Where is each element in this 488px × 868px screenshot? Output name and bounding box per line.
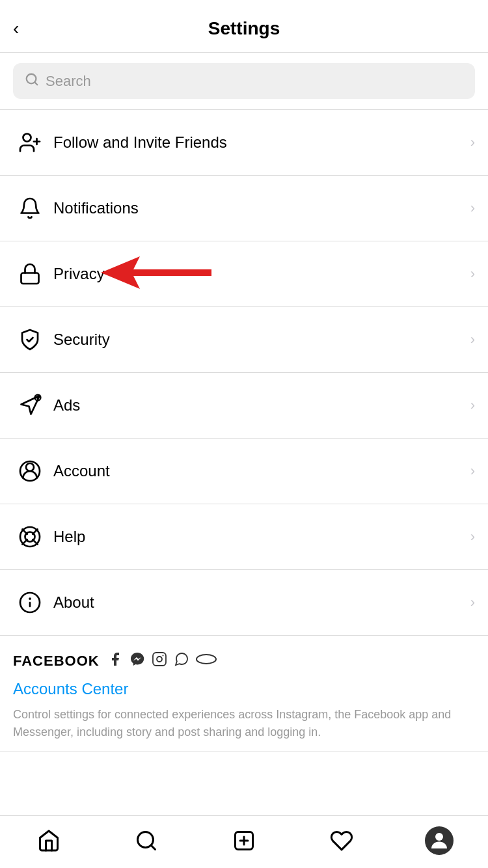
facebook-icon xyxy=(107,651,123,671)
svg-point-9 xyxy=(26,463,34,471)
menu-item-help[interactable]: Help › xyxy=(0,504,488,570)
whatsapp-icon xyxy=(174,651,189,671)
follow-chevron: › xyxy=(470,134,475,151)
security-label: Security xyxy=(53,331,470,349)
help-icon xyxy=(13,520,47,554)
header: ‹ Settings xyxy=(0,0,488,53)
search-container: Search xyxy=(0,53,488,110)
svg-line-15 xyxy=(33,529,37,534)
facebook-social-icons xyxy=(107,651,217,671)
nav-new-post[interactable] xyxy=(224,826,264,855)
help-chevron: › xyxy=(470,528,475,545)
lock-icon xyxy=(13,257,47,291)
privacy-label: Privacy xyxy=(53,265,470,283)
help-label: Help xyxy=(53,528,470,546)
svg-point-23 xyxy=(197,655,216,664)
menu-item-privacy[interactable]: Privacy › xyxy=(0,241,488,307)
follow-icon xyxy=(13,126,47,159)
security-chevron: › xyxy=(470,331,475,348)
privacy-chevron: › xyxy=(470,265,475,282)
about-label: About xyxy=(53,593,470,612)
facebook-description: Control settings for connected experienc… xyxy=(13,706,475,741)
main-content: Search Follow and Invite Friends › xyxy=(0,53,488,817)
notifications-label: Notifications xyxy=(53,199,470,217)
menu-item-follow[interactable]: Follow and Invite Friends › xyxy=(0,110,488,176)
svg-line-13 xyxy=(22,529,27,534)
menu-item-account[interactable]: Account › xyxy=(0,439,488,504)
settings-menu: Follow and Invite Friends › Notification… xyxy=(0,110,488,636)
search-bar[interactable]: Search xyxy=(13,63,475,99)
svg-rect-20 xyxy=(153,653,166,666)
account-icon xyxy=(13,454,47,488)
facebook-section: FACEBOOK xyxy=(0,636,488,752)
account-chevron: › xyxy=(470,463,475,480)
shield-icon xyxy=(13,323,47,357)
facebook-header: FACEBOOK xyxy=(13,651,475,671)
nav-home[interactable] xyxy=(29,826,68,855)
back-button[interactable]: ‹ xyxy=(13,20,19,38)
svg-point-29 xyxy=(435,833,443,841)
ads-chevron: › xyxy=(470,397,475,414)
facebook-brand-label: FACEBOOK xyxy=(13,653,100,670)
menu-item-about[interactable]: About › xyxy=(0,570,488,636)
instagram-icon xyxy=(152,651,167,671)
account-label: Account xyxy=(53,462,470,480)
ads-icon xyxy=(13,388,47,422)
notifications-chevron: › xyxy=(470,200,475,217)
nav-activity[interactable] xyxy=(322,826,361,855)
about-chevron: › xyxy=(470,594,475,611)
menu-item-ads[interactable]: Ads › xyxy=(0,373,488,439)
svg-point-2 xyxy=(23,134,31,142)
svg-point-22 xyxy=(162,655,163,657)
bottom-nav xyxy=(0,815,488,868)
svg-line-14 xyxy=(33,539,37,544)
meta-icon xyxy=(196,653,217,670)
search-icon xyxy=(25,72,39,90)
search-placeholder-text: Search xyxy=(46,73,91,90)
nav-search[interactable] xyxy=(127,826,166,855)
svg-rect-5 xyxy=(21,273,39,284)
messenger-icon xyxy=(129,651,145,671)
ads-label: Ads xyxy=(53,396,470,414)
info-icon xyxy=(13,586,47,619)
svg-line-1 xyxy=(34,82,37,85)
svg-line-16 xyxy=(22,539,27,544)
bell-icon xyxy=(13,191,47,225)
follow-label: Follow and Invite Friends xyxy=(53,133,470,152)
profile-avatar xyxy=(425,826,454,855)
svg-point-21 xyxy=(157,657,162,662)
accounts-center-link[interactable]: Accounts Center xyxy=(13,680,475,698)
menu-item-notifications[interactable]: Notifications › xyxy=(0,176,488,241)
svg-line-25 xyxy=(151,845,156,850)
svg-point-7 xyxy=(36,396,40,400)
menu-item-security[interactable]: Security › xyxy=(0,307,488,373)
page-title: Settings xyxy=(208,18,280,39)
nav-profile[interactable] xyxy=(420,826,459,855)
